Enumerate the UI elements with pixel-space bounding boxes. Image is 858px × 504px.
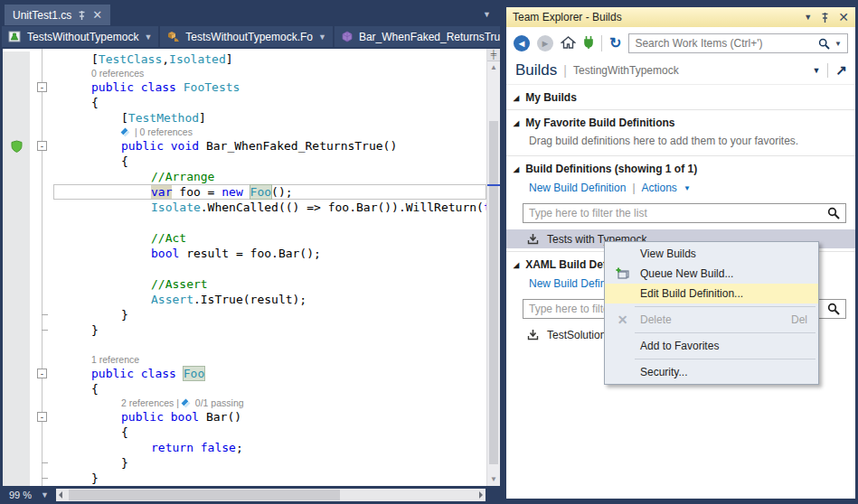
member-dropdown[interactable]: Bar_WhenFaked_ReturnsTru ▼ xyxy=(335,26,520,47)
code-line[interactable]: //Assert xyxy=(3,276,486,292)
section-favorites[interactable]: ◢ My Favorite Build Definitions xyxy=(506,110,855,135)
build-definitions-filter-input[interactable]: Type here to filter the list xyxy=(523,203,846,223)
code-line[interactable]: return false; xyxy=(3,440,486,455)
refresh-button[interactable]: ↻ xyxy=(609,36,621,51)
code-line[interactable]: { xyxy=(3,381,486,397)
outline-margin xyxy=(30,292,53,307)
actions-link[interactable]: Actions xyxy=(642,182,677,194)
codelens-line[interactable]: 1 reference xyxy=(3,353,486,366)
code-line[interactable]: //Arrange xyxy=(3,169,486,184)
collapse-toggle-icon[interactable]: - xyxy=(37,82,47,92)
code-line[interactable]: } xyxy=(3,455,486,471)
code-line[interactable]: { xyxy=(3,425,486,440)
zoom-control[interactable]: 99 % ▼ xyxy=(0,490,56,500)
code-line[interactable]: //Act xyxy=(3,230,486,246)
outline-margin xyxy=(30,110,53,126)
scrollbar-thumb[interactable] xyxy=(69,490,340,500)
outline-margin xyxy=(30,276,53,292)
split-window-handle[interactable]: ╪ xyxy=(487,49,500,61)
codelens-line[interactable]: | 0 references xyxy=(3,126,486,138)
search-icon xyxy=(827,207,840,219)
code-line[interactable]: Isolate.WhenCalled(() => foo.Bar()).Will… xyxy=(3,200,486,215)
collapse-toggle-icon[interactable]: - xyxy=(37,369,47,378)
scrollbar-thumb[interactable] xyxy=(489,121,498,464)
section-my-builds[interactable]: ◢ My Builds xyxy=(506,85,855,109)
hidden-documents-icon[interactable]: ▼ xyxy=(483,10,491,19)
code-line[interactable]: -public class FooTests xyxy=(3,79,486,95)
panel-splitter[interactable] xyxy=(500,0,506,504)
close-icon[interactable]: ✕ xyxy=(838,11,849,23)
pages-dropdown-icon[interactable]: ▼ xyxy=(813,66,821,75)
section-label: My Favorite Build Definitions xyxy=(525,117,674,129)
team-explorer-titlebar[interactable]: Team Explorer - Builds ▼ ✕ xyxy=(506,7,855,27)
outline-margin xyxy=(30,67,53,79)
menu-item-add-to-favorites[interactable]: Add to Favorites xyxy=(605,336,818,356)
type-dropdown[interactable]: TestsWithoutTypemock.Fo ▼ xyxy=(160,26,333,47)
section-build-definitions[interactable]: ◢ Build Definitions (showing 1 of 1) xyxy=(506,156,855,181)
chevron-down-icon[interactable]: ▼ xyxy=(834,40,842,48)
code-line[interactable]: -public bool Bar() xyxy=(3,409,486,425)
member-dropdown-label: Bar_WhenFaked_ReturnsTru xyxy=(359,31,500,43)
pin-icon[interactable] xyxy=(821,12,829,23)
section-expanded-icon: ◢ xyxy=(514,119,519,127)
method-icon xyxy=(341,31,354,42)
collapse-toggle-icon[interactable]: - xyxy=(37,412,47,422)
connect-icon[interactable] xyxy=(583,35,594,52)
code-line[interactable]: } xyxy=(3,307,486,322)
code-line[interactable]: { xyxy=(3,95,486,110)
codelens-line[interactable]: 0 references xyxy=(3,67,486,79)
code-line[interactable]: var foo = new Foo(); xyxy=(3,184,486,200)
project-dropdown[interactable]: TestsWithoutTypemock ▼ xyxy=(2,26,158,47)
menu-item-edit-build-definition[interactable]: Edit Build Definition... xyxy=(605,284,818,303)
tab-unittest1[interactable]: UnitTest1.cs ✕ xyxy=(5,5,110,25)
code-line[interactable]: [TestMethod] xyxy=(3,110,486,126)
context-menu: View Builds Queue New Build... Edit Buil… xyxy=(604,241,819,385)
back-button[interactable]: ◄ xyxy=(514,35,530,51)
section-expanded-icon: ◢ xyxy=(514,94,519,102)
code-line[interactable]: Assert.IsTrue(result); xyxy=(3,292,486,307)
search-icon xyxy=(827,303,840,315)
scroll-up-icon[interactable]: ▲ xyxy=(487,61,500,74)
editor-gutter xyxy=(3,138,30,154)
undock-icon[interactable]: ↗ xyxy=(835,62,847,79)
work-items-search-input[interactable]: Search Work Items (Ctrl+') ▼ xyxy=(628,33,848,53)
menu-item-view-builds[interactable]: View Builds xyxy=(605,244,818,264)
code-line[interactable]: } xyxy=(3,322,486,338)
new-build-definition-link[interactable]: New Build Definit xyxy=(529,277,611,290)
code-line[interactable]: [TestClass,Isolated] xyxy=(3,51,486,67)
scroll-right-icon[interactable] xyxy=(479,491,483,499)
build-definitions-links: New Build Definition | Actions ▼ xyxy=(506,181,855,201)
blank-line[interactable] xyxy=(3,338,486,353)
page-context: TestingWithTypemock xyxy=(573,64,679,77)
codelens-line[interactable]: 2 references | 0/1 passing xyxy=(3,397,486,409)
code-line[interactable]: bool result = foo.Bar(); xyxy=(3,246,486,261)
team-explorer-toolbar: ◄ ► ↻ Search Work Items (Ctrl+') ▼ xyxy=(506,27,855,56)
menu-item-security[interactable]: Security... xyxy=(605,362,818,382)
home-button[interactable] xyxy=(561,35,576,52)
filter-placeholder: Type here to filter the list xyxy=(529,207,647,219)
editor-vertical-scrollbar[interactable]: ╪ ▲ ▼ xyxy=(486,49,500,486)
code-line[interactable]: { xyxy=(3,154,486,169)
editor-horizontal-scrollbar[interactable] xyxy=(56,489,486,501)
class-icon xyxy=(166,31,180,42)
blank-line[interactable] xyxy=(3,215,486,230)
scroll-down-icon[interactable]: ▼ xyxy=(487,473,500,486)
menu-item-queue-new-build[interactable]: Queue New Build... xyxy=(605,264,818,284)
pin-icon[interactable] xyxy=(78,10,86,21)
chevron-down-icon: ▼ xyxy=(318,33,326,42)
blank-line[interactable] xyxy=(3,261,486,276)
outline-margin xyxy=(30,322,53,338)
code-editor[interactable]: [TestClass,Isolated]0 references-public … xyxy=(0,49,500,486)
new-build-definition-link[interactable]: New Build Definition xyxy=(529,182,626,194)
close-icon[interactable]: ✕ xyxy=(92,9,102,21)
tab-title: UnitTest1.cs xyxy=(13,9,71,22)
scroll-left-icon[interactable] xyxy=(59,491,62,499)
collapse-toggle-icon[interactable]: - xyxy=(37,141,47,151)
code-line[interactable]: -public void Bar_WhenFaked_ReturnsTrue() xyxy=(3,138,486,154)
outline-margin xyxy=(30,200,53,215)
editor-gutter xyxy=(3,230,30,246)
window-position-icon[interactable]: ▼ xyxy=(804,13,812,22)
code-line[interactable]: } xyxy=(3,471,486,486)
chevron-down-icon[interactable]: ▼ xyxy=(684,184,691,192)
code-line[interactable]: -public class Foo xyxy=(3,366,486,381)
